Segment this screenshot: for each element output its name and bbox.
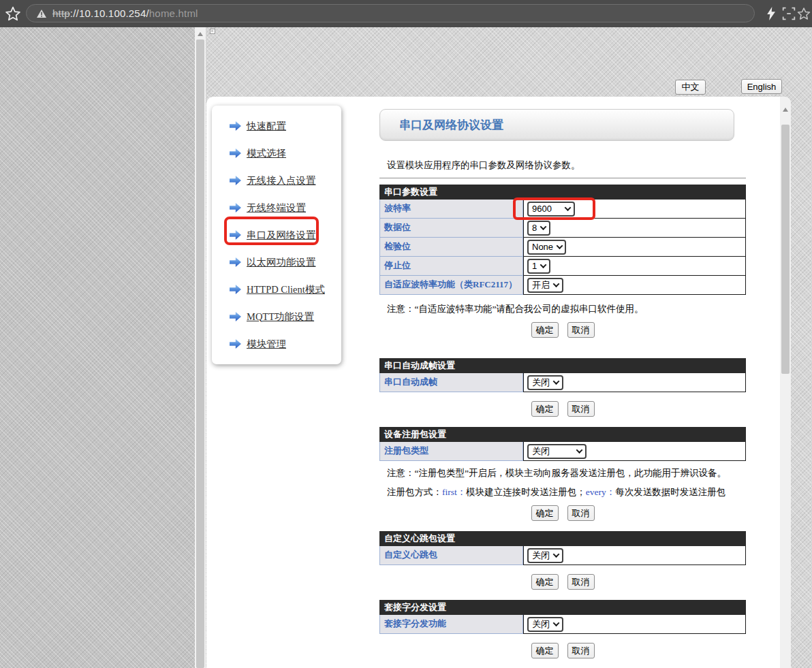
socket-dispatch-select[interactable]: 关闭 [527, 617, 563, 632]
ok-button[interactable]: 确定 [531, 574, 559, 590]
ok-button[interactable]: 确定 [531, 401, 559, 417]
arrow-right-icon [230, 312, 241, 321]
arrow-right-icon [230, 176, 241, 185]
not-secure-warning-icon[interactable] [36, 9, 47, 18]
chevron-down-icon [553, 551, 560, 558]
row-value-cell: 关闭 [523, 615, 746, 634]
language-chinese-button[interactable]: 中文 [675, 80, 706, 95]
sidebar-link[interactable]: 无线终端设置 [247, 202, 306, 214]
chevron-down-icon [553, 378, 560, 385]
cancel-button[interactable]: 取消 [567, 643, 595, 658]
heartbeat-select[interactable]: 关闭 [527, 548, 563, 563]
bookmark-star-icon[interactable] [5, 6, 20, 21]
table-row: 串口自动成帧 关闭 [379, 373, 746, 392]
sidebar-item-httpd-client[interactable]: HTTPD Client模式 [212, 276, 341, 303]
ok-button[interactable]: 确定 [531, 505, 559, 521]
arrow-right-icon [230, 203, 241, 212]
divider [379, 178, 746, 178]
browser-toolbar: http://10.10.100.254/home.html [0, 0, 812, 27]
chevron-down-icon [540, 223, 547, 230]
data-bits-select[interactable]: 8 [527, 221, 550, 236]
address-bar[interactable]: http://10.10.100.254/home.html [26, 4, 755, 22]
note-every-keyword: every： [586, 487, 615, 497]
sidebar-link[interactable]: 模式选择 [247, 147, 286, 160]
table-row: 套接字分发功能 关闭 [379, 615, 746, 634]
sidebar-link[interactable]: 无线接入点设置 [247, 174, 316, 187]
row-value-cell: None [523, 238, 746, 257]
page-title: 串口及网络协议设置 [399, 117, 503, 133]
parity-select[interactable]: None [527, 240, 566, 255]
chevron-down-icon [553, 620, 560, 626]
chevron-down-icon [540, 261, 547, 268]
section-header: 串口自动成帧设置 [379, 358, 746, 373]
button-row: 确定 取消 [379, 643, 746, 658]
left-scrollbar-thumb[interactable] [196, 39, 204, 668]
select-value: None [532, 242, 553, 252]
arrow-right-icon [230, 257, 241, 267]
favorite-star-icon[interactable] [797, 7, 811, 20]
arrow-right-icon [230, 121, 241, 131]
select-value: 关闭 [532, 445, 550, 458]
adaptive-baud-select[interactable]: 开启 [527, 278, 563, 293]
ok-button[interactable]: 确定 [531, 643, 559, 658]
sidebar-link[interactable]: 以太网功能设置 [247, 256, 316, 269]
cancel-button[interactable]: 取消 [567, 401, 595, 417]
ok-button[interactable]: 确定 [531, 322, 559, 338]
note-part: 注册包方式： [387, 487, 442, 497]
select-value: 开启 [532, 279, 550, 291]
sidebar-item-quick-config[interactable]: 快速配置 [212, 112, 341, 140]
button-row: 确定 取消 [379, 505, 746, 521]
row-label: 检验位 [379, 238, 523, 257]
ok-label: 确定 [536, 507, 554, 520]
url-text: http://10.10.100.254/home.html [52, 7, 198, 19]
image-placeholder-icon [210, 29, 215, 34]
content-scrollbar-track[interactable] [780, 97, 791, 668]
highlight-box-baud-select [513, 197, 595, 220]
stop-bits-select[interactable]: 1 [527, 259, 550, 274]
register-type-select[interactable]: 关闭 [527, 444, 587, 459]
sidebar-item-wireless-ap[interactable]: 无线接入点设置 [212, 167, 341, 194]
left-scrollbar-up-arrow-icon[interactable] [198, 32, 203, 36]
arrow-right-icon [230, 148, 241, 158]
table-row: 自适应波特率功能（类RFC2117） 开启 [379, 276, 746, 295]
row-label: 波特率 [379, 200, 523, 219]
cancel-label: 取消 [572, 324, 590, 336]
url-host: ://10.10.100.254/ [70, 7, 149, 19]
cancel-label: 取消 [572, 403, 590, 415]
section-heartbeat: 自定义心跳包设置 自定义心跳包 关闭 [379, 531, 746, 565]
cancel-label: 取消 [572, 645, 590, 657]
cancel-label: 取消 [572, 576, 590, 588]
sidebar-link[interactable]: 快速配置 [247, 120, 286, 133]
note-register-mode: 注册包方式：first：模块建立连接时发送注册包；every：每次发送数据时发送… [387, 486, 753, 498]
sidebar-item-mqtt[interactable]: MQTT功能设置 [212, 303, 341, 330]
select-value: 1 [532, 261, 537, 271]
sidebar-link[interactable]: MQTT功能设置 [247, 311, 314, 323]
sidebar-item-mode-select[interactable]: 模式选择 [212, 140, 341, 167]
sidebar-item-module-admin[interactable]: 模块管理 [212, 330, 341, 357]
left-scrollbar-track[interactable] [195, 27, 206, 668]
arrow-right-icon [230, 339, 241, 349]
sidebar-item-ethernet[interactable]: 以太网功能设置 [212, 249, 341, 276]
auto-framing-select[interactable]: 关闭 [527, 375, 563, 390]
extension-lightning-icon[interactable] [764, 7, 778, 20]
url-page: home.html [149, 7, 198, 19]
cancel-button[interactable]: 取消 [567, 322, 595, 338]
cancel-button[interactable]: 取消 [567, 505, 595, 521]
row-label: 自适应波特率功能（类RFC2117） [379, 276, 523, 295]
cancel-button[interactable]: 取消 [567, 574, 595, 590]
note-first-keyword: first： [442, 487, 466, 497]
button-row: 确定 取消 [379, 401, 746, 417]
row-value-cell: 开启 [523, 276, 746, 295]
section-auto-framing: 串口自动成帧设置 串口自动成帧 关闭 [379, 358, 746, 392]
sidebar-link[interactable]: 模块管理 [247, 338, 286, 351]
row-value-cell: 关闭 [523, 546, 746, 565]
arrow-right-icon [230, 285, 241, 294]
row-label: 自定义心跳包 [379, 546, 523, 565]
content-scrollbar-thumb[interactable] [781, 125, 790, 374]
screenshot-capture-icon[interactable] [782, 7, 796, 20]
content-scrollbar-up-arrow-icon[interactable] [783, 108, 788, 112]
language-english-button[interactable]: English [741, 79, 782, 94]
sidebar-link[interactable]: HTTPD Client模式 [247, 283, 325, 296]
page-description: 设置模块应用程序的串口参数及网络协议参数。 [387, 159, 753, 172]
section-register-packet: 设备注册包设置 注册包类型 关闭 [379, 427, 746, 461]
